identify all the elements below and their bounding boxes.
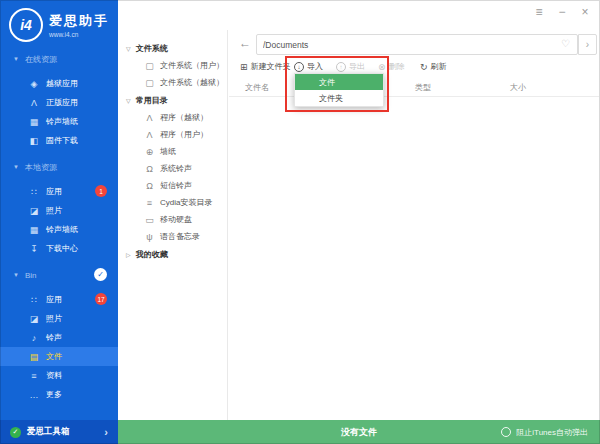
- menu-icon[interactable]: ≡: [533, 5, 545, 19]
- photos-icon: ◪: [28, 206, 40, 216]
- menu-item-folder[interactable]: 文件夹: [295, 90, 383, 106]
- sidebar-item-label: 正版应用: [46, 97, 78, 108]
- tree-item-programs-user[interactable]: Λ 程序（用户）: [118, 126, 227, 143]
- tree-item-label: 墙纸: [160, 146, 176, 157]
- ringtone-wallpaper-icon: ▦: [28, 117, 40, 127]
- refresh-icon: ↻: [420, 62, 428, 72]
- filesystem-icon: ▢: [144, 78, 155, 88]
- tree-item-label: 程序（越狱）: [160, 112, 208, 123]
- tree-group-label: 常用目录: [136, 95, 168, 106]
- app-title: 爱思助手: [49, 12, 109, 30]
- tree-item-label: Cydia安装目录: [160, 197, 212, 208]
- export-button[interactable]: ↑ 导出: [336, 59, 365, 74]
- tree-item-wallpaper[interactable]: ⊕ 墙纸: [118, 143, 227, 160]
- tree-group-favorites[interactable]: ▷ 我的收藏: [118, 245, 227, 263]
- filesystem-icon: ▢: [144, 61, 155, 71]
- ringtone-icon: ♪: [28, 333, 40, 343]
- toggle-label: 阻止iTunes自动弹出: [516, 427, 588, 438]
- program-icon: Λ: [144, 113, 155, 123]
- tree-collapsed-icon: ▷: [126, 251, 131, 258]
- more-icon: …: [28, 390, 40, 400]
- sidebar-section-online-resources[interactable]: ▼ 在线资源: [0, 50, 118, 68]
- photos-icon: ◪: [28, 314, 40, 324]
- export-icon: ↑: [336, 62, 346, 72]
- column-header-type[interactable]: 类型: [415, 82, 431, 93]
- device-connected-check-icon: ✓: [94, 268, 107, 281]
- refresh-button[interactable]: ↻ 刷新: [420, 59, 447, 74]
- tree-expand-icon: ▽: [126, 45, 131, 52]
- forward-button[interactable]: ›: [578, 34, 597, 55]
- toolbox-label: 爱思工具箱: [27, 426, 70, 438]
- sidebar-item-ringtone-wallpaper[interactable]: ▦ 铃声墙纸: [0, 112, 118, 131]
- import-dropdown-menu: 文件 文件夹: [294, 73, 384, 107]
- tree-item-filesystem-jailbreak[interactable]: ▢ 文件系统（越狱）: [118, 74, 227, 91]
- new-folder-icon: ⊞: [240, 62, 248, 72]
- sidebar-item-device-more[interactable]: … 更多: [0, 385, 118, 404]
- notification-badge: 17: [95, 293, 107, 305]
- tree-group-common-directories[interactable]: ▽ 常用目录: [118, 91, 227, 109]
- delete-button[interactable]: ⊗ 删除: [378, 59, 405, 74]
- chevron-down-icon: ▼: [13, 56, 19, 62]
- tree-item-cydia-install-dir[interactable]: ≡ Cydia安装目录: [118, 194, 227, 211]
- minimize-icon[interactable]: −: [556, 5, 568, 19]
- tree-item-programs-jailbreak[interactable]: Λ 程序（越狱）: [118, 109, 227, 126]
- sidebar-item-device-ringtones[interactable]: ♪ 铃声: [0, 328, 118, 347]
- sidebar-item-device-files[interactable]: ▤ 文件: [0, 347, 118, 366]
- back-arrow-icon[interactable]: ←: [239, 36, 251, 50]
- tree-group-label: 文件系统: [136, 43, 168, 54]
- sidebar-item-device-photos[interactable]: ◪ 照片: [0, 309, 118, 328]
- tree-item-label: 系统铃声: [160, 163, 192, 174]
- file-table-header: 文件名 类型 大小: [229, 80, 599, 97]
- column-header-size[interactable]: 大小: [510, 82, 526, 93]
- sidebar-item-download-center[interactable]: ↧ 下载中心: [0, 239, 118, 258]
- section-label: 在线资源: [25, 54, 57, 65]
- sidebar-item-genuine-apps[interactable]: Λ 正版应用: [0, 93, 118, 112]
- sidebar-item-local-photos[interactable]: ◪ 照片: [0, 201, 118, 220]
- sidebar-section-device-bin[interactable]: ▼ Bin ✓: [0, 266, 118, 284]
- close-icon[interactable]: ×: [579, 5, 591, 19]
- button-label: 刷新: [431, 61, 447, 72]
- sidebar-item-device-data[interactable]: ≡ 资料: [0, 366, 118, 385]
- block-itunes-toggle[interactable]: 阻止iTunes自动弹出: [501, 420, 588, 444]
- import-button[interactable]: ↓ 导入: [294, 59, 323, 74]
- sidebar-item-firmware-download[interactable]: ◧ 固件下载: [0, 131, 118, 150]
- toggle-circle-icon: [501, 427, 511, 437]
- path-input[interactable]: [256, 34, 578, 55]
- column-header-filename[interactable]: 文件名: [245, 82, 269, 93]
- chevron-down-icon: ▼: [13, 164, 19, 170]
- tree-item-label: 短信铃声: [160, 180, 192, 191]
- cydia-icon: ≡: [144, 198, 155, 208]
- app-logo: i4 爱思助手 www.i4.cn: [0, 0, 118, 42]
- sidebar-item-label: 铃声: [46, 332, 62, 343]
- favorite-heart-icon[interactable]: ♡: [561, 38, 570, 49]
- tree-group-filesystem[interactable]: ▽ 文件系统: [118, 39, 227, 57]
- tree-item-system-ringtones[interactable]: Ω 系统铃声: [118, 160, 227, 177]
- sidebar-item-device-apps[interactable]: ∷ 应用 17: [0, 290, 118, 309]
- sidebar-item-label: 下载中心: [46, 243, 78, 254]
- sidebar-item-label: 固件下载: [46, 135, 78, 146]
- sidebar-footer-toolbox[interactable]: ✓ 爱思工具箱 ›: [0, 420, 118, 444]
- sidebar-item-label: 文件: [46, 351, 62, 362]
- tree-item-portable-drive[interactable]: ▭ 移动硬盘: [118, 211, 227, 228]
- tree-item-filesystem-user[interactable]: ▢ 文件系统（用户）: [118, 57, 227, 74]
- menu-item-file[interactable]: 文件: [295, 74, 383, 90]
- sidebar-item-label: 应用: [46, 294, 62, 305]
- sidebar-item-label: 照片: [46, 313, 62, 324]
- sidebar-section-local-resources[interactable]: ▼ 本地资源: [0, 158, 118, 176]
- firmware-download-icon: ◧: [28, 136, 40, 146]
- new-folder-button[interactable]: ⊞ 新建文件夹: [240, 59, 291, 74]
- chevron-right-icon: ›: [104, 426, 108, 438]
- directory-tree-panel: ▽ 文件系统 ▢ 文件系统（用户） ▢ 文件系统（越狱） ▽ 常用目录 Λ 程序…: [118, 30, 228, 420]
- tree-item-voice-memos[interactable]: ψ 语音备忘录: [118, 228, 227, 245]
- status-bar: 没有文件 阻止iTunes自动弹出: [118, 420, 600, 444]
- download-center-icon: ↧: [28, 244, 40, 254]
- sidebar-item-jailbreak-apps[interactable]: ◈ 越狱应用: [0, 74, 118, 93]
- ringtone-wallpaper-icon: ▦: [28, 225, 40, 235]
- device-name-label: Bin: [25, 271, 37, 280]
- drive-icon: ▭: [144, 215, 155, 225]
- sidebar-item-local-apps[interactable]: ∷ 应用 1: [0, 182, 118, 201]
- sidebar-item-label: 照片: [46, 205, 62, 216]
- tree-group-label: 我的收藏: [136, 249, 168, 260]
- sidebar-item-local-ringtone-wallpaper[interactable]: ▦ 铃声墙纸: [0, 220, 118, 239]
- tree-item-sms-ringtones[interactable]: Ω 短信铃声: [118, 177, 227, 194]
